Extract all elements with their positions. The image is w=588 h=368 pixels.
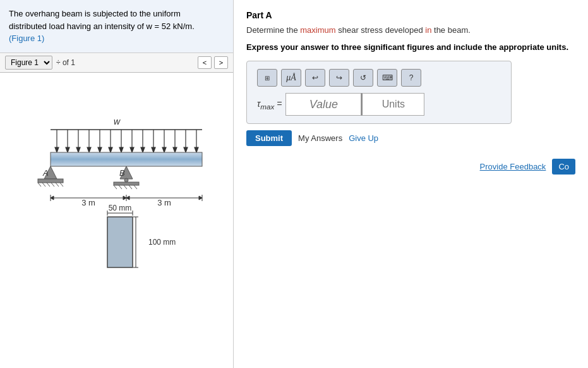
- svg-line-36: [60, 183, 63, 187]
- submit-button[interactable]: Submit: [246, 130, 292, 146]
- a-label: A: [42, 168, 49, 178]
- tmax-sub: max: [260, 102, 274, 110]
- redo-button[interactable]: ↪: [329, 69, 349, 87]
- svg-rect-54: [107, 217, 133, 267]
- svg-marker-10: [98, 147, 102, 152]
- svg-point-38: [124, 178, 128, 182]
- svg-marker-28: [195, 147, 198, 152]
- svg-marker-20: [152, 147, 155, 152]
- beam-svg: w A: [16, 79, 218, 275]
- help-button[interactable]: ?: [401, 69, 421, 87]
- action-row: Submit My Answers Give Up: [246, 130, 575, 146]
- keyboard-button[interactable]: ⌨: [377, 69, 397, 87]
- svg-marker-2: [55, 147, 59, 152]
- cross-section: 50 mm 100 mm: [107, 204, 176, 267]
- redo-icon: ↪: [336, 73, 342, 82]
- figure-area: w A: [0, 73, 233, 369]
- svg-marker-16: [130, 147, 134, 152]
- svg-rect-39: [114, 182, 139, 185]
- svg-marker-8: [87, 147, 91, 152]
- dist1-label: 3 m: [81, 198, 95, 207]
- svg-line-43: [129, 185, 132, 189]
- svg-line-32: [42, 183, 45, 187]
- svg-marker-6: [76, 147, 80, 152]
- give-up-link[interactable]: Give Up: [349, 133, 378, 143]
- w-label: w: [113, 116, 120, 126]
- right-panel: Part A Determine the maximum shear stres…: [234, 0, 588, 368]
- svg-line-41: [119, 185, 122, 189]
- svg-line-34: [51, 183, 54, 187]
- svg-marker-4: [66, 147, 69, 152]
- left-panel: The overhang beam is subjected to the un…: [0, 0, 234, 368]
- mu-icon: μÅ: [286, 73, 296, 83]
- instruction-text: Express your answer to three significant…: [246, 42, 575, 52]
- tmax-label: τmax =: [257, 99, 282, 111]
- svg-line-31: [38, 183, 41, 187]
- svg-line-44: [134, 185, 137, 189]
- svg-line-42: [124, 185, 127, 189]
- grid-icon: ⊞: [265, 75, 270, 82]
- svg-line-40: [114, 185, 117, 189]
- svg-marker-18: [141, 147, 145, 152]
- input-row: τmax =: [257, 93, 501, 116]
- svg-marker-53: [199, 196, 202, 200]
- mu-button[interactable]: μÅ: [281, 69, 301, 87]
- highlight-maximum: maximum: [300, 25, 335, 35]
- refresh-button[interactable]: ↺: [353, 69, 373, 87]
- svg-rect-30: [38, 179, 63, 183]
- undo-icon: ↩: [312, 73, 318, 82]
- svg-line-33: [47, 183, 50, 187]
- help-icon: ?: [409, 73, 414, 82]
- figure-link[interactable]: (Figure 1): [9, 34, 44, 43]
- units-input[interactable]: [361, 93, 424, 116]
- problem-text-box: The overhang beam is subjected to the un…: [0, 0, 233, 53]
- figure-prev-button[interactable]: <: [198, 56, 212, 69]
- svg-marker-52: [126, 196, 129, 200]
- beam-rect: [51, 152, 202, 166]
- grid-icon-button[interactable]: ⊞: [257, 69, 277, 87]
- support-a: A: [38, 166, 63, 187]
- provide-feedback-link[interactable]: Provide Feedback: [480, 162, 546, 171]
- question-text: Determine the maximum shear stress devel…: [246, 25, 575, 35]
- distributed-load: w: [51, 116, 202, 152]
- feedback-row: Provide Feedback Co: [246, 159, 575, 175]
- svg-marker-22: [162, 147, 166, 152]
- co-button[interactable]: Co: [552, 159, 575, 175]
- svg-line-35: [56, 183, 59, 187]
- height-label: 100 mm: [148, 238, 176, 247]
- problem-line1: The overhang beam is subjected to the un…: [9, 9, 181, 18]
- highlight-in: in: [425, 25, 431, 35]
- b-label: B: [119, 168, 125, 178]
- part-label: Part A: [246, 10, 575, 20]
- support-b: B: [114, 166, 139, 189]
- svg-marker-26: [184, 147, 188, 152]
- answer-box: ⊞ μÅ ↩ ↪ ↺ ⌨ ? τmax =: [246, 61, 512, 124]
- value-input[interactable]: [285, 93, 361, 116]
- my-answers-link[interactable]: My Answers: [298, 133, 342, 143]
- svg-marker-12: [109, 147, 112, 152]
- dist2-label: 3 m: [157, 198, 171, 207]
- svg-marker-24: [173, 147, 177, 152]
- figure-select[interactable]: Figure 1: [5, 56, 52, 70]
- width-label: 50 mm: [108, 204, 131, 212]
- svg-marker-14: [119, 147, 123, 152]
- formula-toolbar: ⊞ μÅ ↩ ↪ ↺ ⌨ ?: [257, 69, 501, 87]
- undo-button[interactable]: ↩: [305, 69, 325, 87]
- figure-next-button[interactable]: >: [214, 56, 228, 69]
- figure-nav-bar: Figure 1 ÷ of 1 < >: [0, 53, 233, 73]
- problem-line2: distributed load having an intensity of: [9, 21, 147, 31]
- figure-of-label: ÷ of 1: [56, 58, 75, 67]
- keyboard-icon: ⌨: [382, 73, 393, 82]
- w-value: w = 52 kN/m: [147, 21, 193, 31]
- svg-marker-48: [51, 196, 54, 200]
- refresh-icon: ↺: [360, 73, 366, 82]
